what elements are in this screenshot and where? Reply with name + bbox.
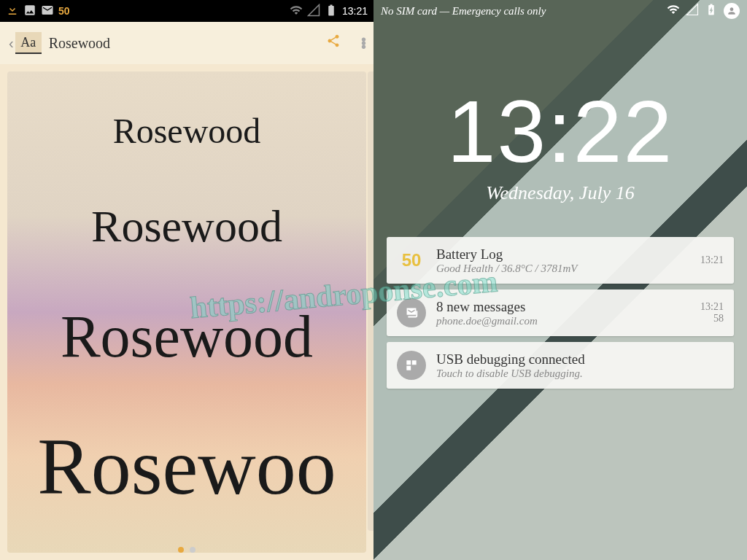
notification-subtitle: Touch to disable USB debugging. xyxy=(436,368,713,380)
font-sample: Rosewood xyxy=(15,303,359,371)
lock-screen[interactable]: No SIM card — Emergency calls only 13:22… xyxy=(374,0,747,560)
notification-subtitle: phone.doe@gmail.com xyxy=(436,315,690,327)
wifi-icon xyxy=(667,3,680,19)
mail-icon xyxy=(41,4,54,19)
image-icon xyxy=(23,4,36,19)
cell-signal-icon xyxy=(307,4,320,19)
share-icon[interactable] xyxy=(326,34,341,52)
font-preview-card: Rosewood Rosewood Rosewood Rosewoo xyxy=(7,71,366,553)
page-indicator xyxy=(0,547,374,553)
font-sample: Rosewoo xyxy=(15,421,359,513)
font-preview-screen: 50 13:21 ‹ Aa Rosewood ••• xyxy=(0,0,374,560)
notification-card[interactable]: 50 Battery Log Good Health / 36.8°C / 37… xyxy=(387,237,734,284)
notification-card[interactable]: USB debugging connected Touch to disable… xyxy=(387,342,734,389)
cell-signal-icon xyxy=(686,3,699,19)
download-icon xyxy=(6,4,19,19)
overflow-menu-icon[interactable]: ••• xyxy=(361,38,365,49)
notification-time: 13:21 xyxy=(700,254,724,266)
font-sample: Rosewood xyxy=(15,201,359,252)
notification-time: 13:21 xyxy=(700,301,724,313)
battery-icon xyxy=(325,4,338,19)
clock-widget: 13:22 Wednesday, July 16 xyxy=(374,88,747,204)
notification-title: 8 new messages xyxy=(436,299,690,315)
preview-area[interactable]: Rosewood Rosewood Rosewood Rosewoo xyxy=(0,64,374,560)
next-card-peek[interactable] xyxy=(368,71,374,531)
chevron-left-icon: ‹ xyxy=(9,35,14,52)
app-header: ‹ Aa Rosewood ••• xyxy=(0,22,374,64)
user-avatar-icon[interactable] xyxy=(724,3,740,19)
notification-title: USB debugging connected xyxy=(436,351,713,368)
status-bar: 50 13:21 xyxy=(0,0,374,22)
status-time: 13:21 xyxy=(342,5,368,17)
clock-time: 13:22 xyxy=(374,88,747,175)
battery-charging-icon xyxy=(705,3,718,19)
clock-date: Wednesday, July 16 xyxy=(374,182,747,204)
page-dot-active xyxy=(178,547,184,553)
sim-status-text: No SIM card — Emergency calls only xyxy=(381,5,667,18)
notification-panel: 50 Battery Log Good Health / 36.8°C / 37… xyxy=(374,237,747,389)
font-title: Rosewood xyxy=(49,35,110,52)
notification-count: 58 xyxy=(700,313,724,324)
page-dot xyxy=(190,547,196,553)
notification-count: 50 xyxy=(58,5,70,17)
notification-title: Battery Log xyxy=(436,246,690,262)
font-sample: Rosewood xyxy=(15,111,359,151)
wifi-icon xyxy=(290,4,303,19)
status-bar: No SIM card — Emergency calls only xyxy=(374,0,747,22)
notification-card[interactable]: 8 new messages phone.doe@gmail.com 13:21… xyxy=(387,289,734,336)
back-button[interactable]: ‹ Aa xyxy=(9,32,42,54)
mail-stack-icon xyxy=(397,298,426,327)
usb-debug-icon xyxy=(397,351,426,380)
font-app-icon: Aa xyxy=(15,32,42,54)
battery-50-icon: 50 xyxy=(397,246,426,275)
notification-subtitle: Good Health / 36.8°C / 3781mV xyxy=(436,262,690,275)
